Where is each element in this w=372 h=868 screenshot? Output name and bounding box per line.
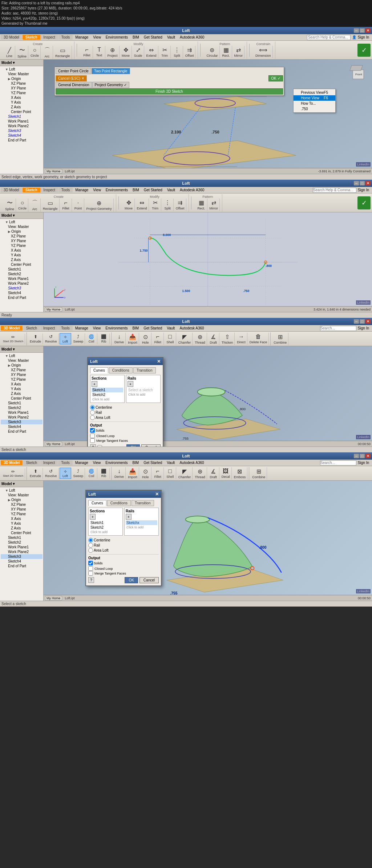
menu-vault-3[interactable]: Vault [165, 326, 177, 331]
tree-wp1-1[interactable]: Work Plane1 [1, 119, 43, 124]
btn-draft-4[interactable]: ∡Draft [208, 467, 219, 480]
tree-yzplane-2[interactable]: YZ Plane [1, 243, 43, 248]
rail-addmore-4[interactable]: Click to add [126, 525, 157, 529]
btn-rectangular-1[interactable]: ▦Rect. [221, 46, 232, 58]
tree-sketch1-1[interactable]: Sketch1 [1, 114, 43, 119]
menu-view-1[interactable]: View [91, 35, 103, 40]
btn-mirror-2[interactable]: ⇄Mirror [208, 199, 220, 211]
btn-rect-2[interactable]: ▭Rectangle [41, 199, 60, 212]
tree-zaxis-2[interactable]: Z Axis [1, 257, 43, 262]
tree-yaxis-2[interactable]: Y Axis [1, 253, 43, 257]
my-home-btn-1[interactable]: My Home [45, 169, 62, 173]
closed-check-4[interactable] [88, 566, 93, 571]
btn-loft-3[interactable]: ⟡Loft [60, 333, 71, 344]
menu-bim-3[interactable]: BIM [130, 326, 141, 331]
tree-sketch4-3[interactable]: Sketch4 [1, 424, 43, 429]
rail-addmore-3[interactable]: Click to add [128, 392, 159, 397]
menu-a360-2[interactable]: Autodesk A360 [178, 188, 206, 192]
ctx-howto-1[interactable]: How To... [294, 101, 335, 106]
tree-endofpart-1[interactable]: End of Part [1, 138, 43, 143]
tab-sketch-4[interactable]: Sketch [23, 460, 40, 465]
tree-endofpart-4[interactable]: End of Part [1, 564, 43, 568]
tree-zaxis-4[interactable]: Z Axis [1, 526, 43, 531]
btn-extrude-4[interactable]: ⬆Extrude [28, 468, 43, 479]
dialog-ok-4[interactable]: OK [125, 577, 138, 583]
btn-loft-4[interactable]: ⟡Loft [60, 468, 71, 479]
close-btn-2[interactable]: ✕ [365, 181, 371, 185]
tree-sketch4-2[interactable]: Sketch4 [1, 291, 43, 295]
tree-zaxis-1[interactable]: Z Axis [1, 105, 43, 109]
menu-envs-4[interactable]: Environments [103, 460, 130, 465]
float-gendim-1[interactable]: General Dimension [56, 82, 92, 88]
float-projgeo-1[interactable]: Project Geometry ✓ [92, 82, 130, 88]
section-sketch1-3[interactable]: Sketch1 [92, 388, 123, 392]
btn-trim-2[interactable]: ✂Trim [150, 199, 161, 211]
tab-inspect-3[interactable]: Inspect [40, 326, 58, 331]
btn-sweep-3[interactable]: ⤴Sweep [72, 333, 85, 344]
tree-sketch2-4[interactable]: Sketch2 [1, 540, 43, 545]
search-input-3[interactable] [320, 326, 356, 331]
tree-sketch1-2[interactable]: Sketch1 [1, 267, 43, 272]
tree-sketch3-1[interactable]: Sketch3 [1, 128, 43, 133]
finish-sketch-btn-2[interactable]: ✓ [357, 196, 371, 209]
dialog-cancel-4[interactable]: Cancel [140, 577, 159, 583]
btn-deleteface-3[interactable]: 🗑Delete Face [248, 333, 269, 345]
tree-root-4[interactable]: ▼Loft [1, 488, 43, 493]
btn-import-3[interactable]: 📥Import [126, 333, 139, 345]
model-panel-toggle-2[interactable]: ▼ [12, 213, 16, 217]
tree-endofpart-2[interactable]: End of Part [1, 295, 43, 300]
btn-thicken-3[interactable]: ⇧Thicken [220, 333, 235, 345]
btn-coil-4[interactable]: 🌀Coil [86, 468, 97, 479]
btn-line-1[interactable]: ╱Line [4, 46, 15, 59]
tree-centerpt-4[interactable]: Center Point [1, 531, 43, 535]
tree-xyplane-2[interactable]: XY Plane [1, 239, 43, 243]
tab-3dmodel-3[interactable]: 3D Model [1, 326, 23, 331]
ctx-prevview-1[interactable]: Previous View F5 [294, 90, 335, 95]
menu-vault-4[interactable]: Vault [165, 460, 177, 465]
tree-yzplane-4[interactable]: YZ Plane [1, 512, 43, 516]
dialog-tab-curves-3[interactable]: Curves [90, 367, 108, 373]
tree-viewmaster-4[interactable]: View: Master [1, 493, 43, 497]
radio-1-4[interactable] [88, 538, 93, 543]
tree-sketch3-3[interactable]: Sketch3 [1, 420, 43, 424]
btn-draft-3[interactable]: ∡Draft [208, 333, 219, 345]
tree-yaxis-1[interactable]: Y Axis [1, 100, 43, 105]
tab-3dmodel-2[interactable]: 3D Model [1, 188, 22, 192]
menu-vault-1[interactable]: Vault [165, 35, 177, 40]
tree-wp2-3[interactable]: Work Plane2 [1, 415, 43, 420]
tab-sketch-1[interactable]: Sketch [23, 35, 40, 40]
ctx-homeview-1[interactable]: Home View F6 [294, 95, 335, 101]
btn-thread-3[interactable]: ⊛Thread [193, 333, 207, 345]
menu-vault-2[interactable]: Vault [165, 188, 177, 192]
btn-offset-2[interactable]: ⇉Offset [174, 199, 186, 211]
tree-centerpt-1[interactable]: Center Point [1, 109, 43, 114]
tab-tools-1[interactable]: Tools [58, 35, 73, 40]
tree-xyplane-4[interactable]: XY Plane [1, 507, 43, 512]
model-panel-toggle-4[interactable]: ▼ [12, 482, 16, 486]
tree-wp1-2[interactable]: Work Plane1 [1, 276, 43, 281]
minimize-btn-4[interactable]: ─ [354, 454, 359, 458]
radio-3-4[interactable] [88, 548, 93, 553]
dialog-help-4[interactable]: ? [88, 577, 94, 583]
btn-circle-2[interactable]: ○Circle [17, 199, 28, 212]
menu-view-3[interactable]: View [91, 326, 103, 331]
finish-sketch-btn-1[interactable]: ✓ [357, 44, 371, 57]
tree-centerpt-2[interactable]: Center Point [1, 262, 43, 267]
btn-text-1[interactable]: TText [94, 46, 105, 58]
dialog-tab-conditions-3[interactable]: Conditions [109, 367, 133, 373]
menu-bim-4[interactable]: BIM [130, 460, 141, 465]
tree-yzplane-1[interactable]: YZ Plane [1, 91, 43, 95]
radio-2-4[interactable] [88, 543, 93, 548]
tree-sketch2-2[interactable]: Sketch2 [1, 272, 43, 276]
dialog-close-4[interactable]: ✕ [155, 492, 159, 497]
menu-bim-1[interactable]: BIM [130, 35, 141, 40]
btn-point-2[interactable]: ·Point [73, 199, 84, 212]
solids-check-3[interactable] [90, 428, 95, 433]
menu-a360-4[interactable]: Autodesk A360 [177, 460, 206, 465]
btn-sweep-4[interactable]: ⤴Sweep [72, 468, 85, 479]
tab-tools-3[interactable]: Tools [58, 326, 72, 331]
tab-sketch-3[interactable]: Sketch [23, 326, 40, 331]
btn-fillet-3[interactable]: ⌐Fillet [152, 333, 164, 345]
btn-fillet-2[interactable]: ⌐Fillet [60, 199, 72, 212]
dialog-help-3[interactable]: ? [90, 444, 96, 447]
